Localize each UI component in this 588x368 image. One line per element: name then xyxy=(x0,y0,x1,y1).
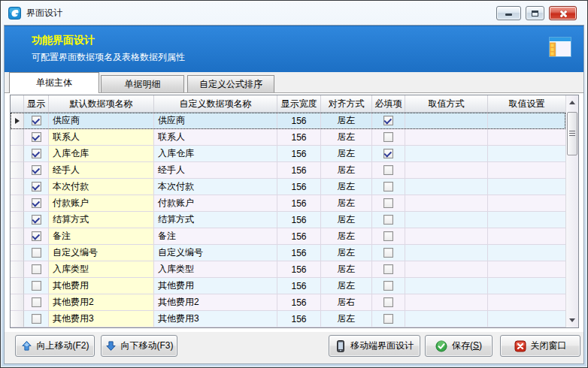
cell-display-width[interactable]: 156 xyxy=(277,228,321,245)
cell-default-name[interactable]: 其他费用 xyxy=(49,278,154,294)
display-checkbox[interactable] xyxy=(32,231,41,241)
cell-align[interactable]: 居左 xyxy=(321,162,372,179)
display-checkbox[interactable] xyxy=(32,132,41,142)
row-selector[interactable] xyxy=(11,311,24,327)
row-selector[interactable] xyxy=(11,261,24,278)
mobile-design-button[interactable]: 移动端界面设计 xyxy=(329,335,420,357)
tab-custom-formula-sort[interactable]: 自定义公式排序 xyxy=(187,75,274,93)
display-cell[interactable] xyxy=(24,195,49,212)
required-checkbox[interactable] xyxy=(383,215,393,225)
display-checkbox[interactable] xyxy=(32,248,41,258)
required-cell[interactable] xyxy=(372,278,405,294)
required-cell[interactable] xyxy=(372,294,405,311)
row-selector[interactable] xyxy=(11,294,24,311)
cell-display-width[interactable]: 156 xyxy=(277,113,321,129)
cell-custom-name[interactable]: 供应商 xyxy=(154,113,277,129)
display-cell[interactable] xyxy=(24,278,49,294)
cell-custom-name[interactable]: 入库类型 xyxy=(154,261,277,278)
cell-custom-name[interactable]: 其他费用 xyxy=(154,278,277,294)
cell-custom-name[interactable]: 结算方式 xyxy=(154,212,277,228)
cell-value-method[interactable] xyxy=(405,129,488,146)
required-cell[interactable] xyxy=(372,162,405,179)
move-up-button[interactable]: 向上移动(F2) xyxy=(15,335,95,357)
scroll-up-button[interactable] xyxy=(567,97,577,108)
cell-align[interactable]: 居左 xyxy=(321,113,372,129)
cell-custom-name[interactable]: 本次付款 xyxy=(154,179,277,195)
table-row[interactable]: 供应商 供应商 156 居左 xyxy=(11,113,565,129)
required-checkbox[interactable] xyxy=(383,248,393,258)
cell-display-width[interactable]: 156 xyxy=(277,129,321,146)
display-checkbox[interactable] xyxy=(32,182,41,192)
cell-value-method[interactable] xyxy=(405,245,488,261)
header-value-setting[interactable]: 取值设置 xyxy=(488,95,565,112)
required-checkbox[interactable] xyxy=(383,231,393,241)
cell-align[interactable]: 居左 xyxy=(321,195,372,212)
required-checkbox[interactable] xyxy=(383,165,393,175)
cell-value-setting[interactable] xyxy=(488,113,565,129)
required-cell[interactable] xyxy=(372,212,405,228)
cell-align[interactable]: 居左 xyxy=(321,261,372,278)
table-row[interactable]: 其他费用2 其他费用2 156 居右 xyxy=(11,294,565,311)
cell-value-method[interactable] xyxy=(405,113,488,129)
cell-default-name[interactable]: 自定义编号 xyxy=(49,245,154,261)
cell-display-width[interactable]: 156 xyxy=(277,162,321,179)
display-checkbox[interactable] xyxy=(32,264,41,274)
move-down-button[interactable]: 向下移动(F3) xyxy=(101,335,177,357)
save-button[interactable]: 保存(S) xyxy=(425,335,493,357)
required-checkbox[interactable] xyxy=(383,314,393,324)
required-cell[interactable] xyxy=(372,129,405,146)
header-value-method[interactable]: 取值方式 xyxy=(405,95,488,112)
cell-custom-name[interactable]: 付款账户 xyxy=(154,195,277,212)
display-cell[interactable] xyxy=(24,113,49,129)
row-selector[interactable] xyxy=(11,228,24,245)
header-align[interactable]: 对齐方式 xyxy=(321,95,372,112)
cell-value-setting[interactable] xyxy=(488,129,565,146)
cell-value-setting[interactable] xyxy=(488,311,565,327)
cell-display-width[interactable]: 156 xyxy=(277,212,321,228)
cell-align[interactable]: 居左 xyxy=(321,146,372,162)
cell-default-name[interactable]: 入库仓库 xyxy=(49,146,154,162)
cell-custom-name[interactable]: 自定义编号 xyxy=(154,245,277,261)
cell-custom-name[interactable]: 其他费用2 xyxy=(154,294,277,311)
cell-value-method[interactable] xyxy=(405,179,488,195)
required-checkbox[interactable] xyxy=(383,198,393,208)
table-row[interactable]: 本次付款 本次付款 156 居左 xyxy=(11,179,565,195)
maximize-button[interactable] xyxy=(526,6,544,20)
close-window-button[interactable]: 关闭窗口 xyxy=(500,335,580,357)
display-checkbox[interactable] xyxy=(32,215,41,225)
cell-align[interactable]: 居左 xyxy=(321,212,372,228)
required-cell[interactable] xyxy=(372,195,405,212)
header-default-name[interactable]: 默认数据项名称 xyxy=(49,95,154,112)
cell-default-name[interactable]: 其他费用2 xyxy=(49,294,154,311)
required-cell[interactable] xyxy=(372,228,405,245)
row-selector[interactable] xyxy=(11,162,24,179)
cell-value-setting[interactable] xyxy=(488,179,565,195)
cell-display-width[interactable]: 156 xyxy=(277,245,321,261)
tab-document-detail[interactable]: 单据明细 xyxy=(101,75,184,93)
table-row[interactable]: 入库仓库 入库仓库 156 居左 xyxy=(11,146,565,162)
table-row[interactable]: 其他费用 其他费用 156 居左 xyxy=(11,278,565,294)
cell-display-width[interactable]: 156 xyxy=(277,311,321,327)
display-cell[interactable] xyxy=(24,146,49,162)
cell-value-method[interactable] xyxy=(405,278,488,294)
row-selector[interactable] xyxy=(11,179,24,195)
cell-default-name[interactable]: 入库类型 xyxy=(49,261,154,278)
cell-value-method[interactable] xyxy=(405,162,488,179)
cell-value-setting[interactable] xyxy=(488,162,565,179)
cell-default-name[interactable]: 其他费用3 xyxy=(49,311,154,327)
table-row[interactable]: 备注 备注 156 居左 xyxy=(11,228,565,245)
table-row[interactable]: 自定义编号 自定义编号 156 居左 xyxy=(11,245,565,261)
cell-custom-name[interactable]: 其他费用3 xyxy=(154,311,277,327)
cell-default-name[interactable]: 结算方式 xyxy=(49,212,154,228)
row-selector[interactable] xyxy=(11,129,24,146)
cell-value-setting[interactable] xyxy=(488,228,565,245)
display-cell[interactable] xyxy=(24,129,49,146)
row-selector[interactable] xyxy=(11,195,24,212)
row-selector[interactable] xyxy=(11,113,24,129)
row-selector[interactable] xyxy=(11,278,24,294)
required-cell[interactable] xyxy=(372,261,405,278)
vertical-scrollbar[interactable] xyxy=(565,95,578,327)
cell-custom-name[interactable]: 联系人 xyxy=(154,129,277,146)
cell-value-setting[interactable] xyxy=(488,261,565,278)
cell-default-name[interactable]: 供应商 xyxy=(49,113,154,129)
